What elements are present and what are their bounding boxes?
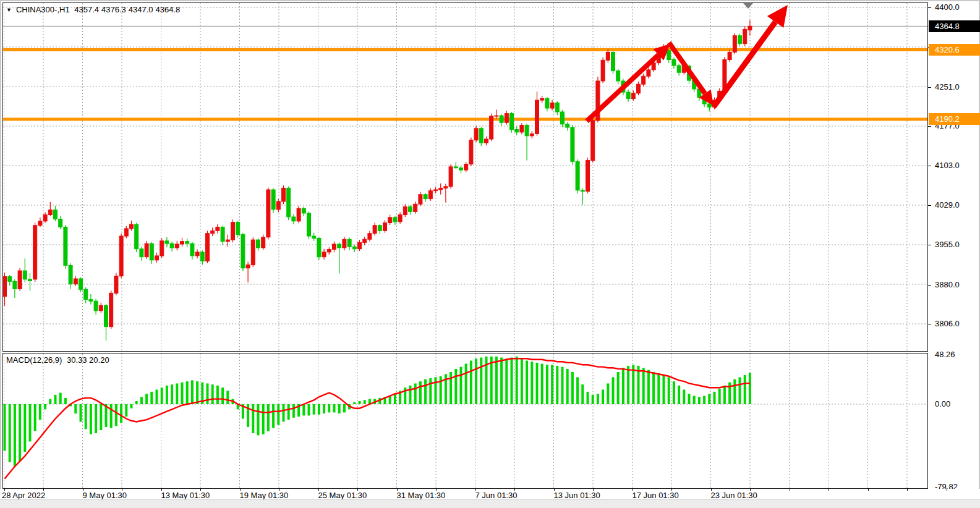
time-axis-tick [947, 488, 947, 491]
main-price-pane[interactable]: ▼CHINA300-,H1 4357.44376.34347.04364.8 [2, 2, 928, 352]
current-price-badge: 4364.8 [929, 20, 980, 32]
bar-shift-marker-icon[interactable] [743, 3, 753, 9]
time-axis-label: 23 Jun 01:30 [711, 491, 757, 500]
price-axis-tick [928, 205, 931, 206]
trading-chart-window: ▼CHINA300-,H1 4357.44376.34347.04364.8 M… [0, 0, 980, 508]
level-price-badge: 4190.2 [929, 113, 980, 125]
level-price-badge: 4320.6 [929, 44, 980, 56]
time-axis-label: 25 May 01:30 [318, 491, 367, 500]
trend-arrows[interactable] [587, 5, 788, 121]
price-axis-label: 3955.0 [935, 240, 978, 250]
time-axis-tick [829, 488, 829, 491]
time-axis-tick [868, 488, 869, 491]
price-axis-tick [928, 324, 931, 324]
candles-layer [3, 20, 752, 341]
price-axis-label: 3880.0 [935, 280, 978, 290]
time-scale[interactable]: 28 Apr 20229 May 01:3013 May 01:3019 May… [0, 489, 980, 499]
grid-layer [3, 3, 927, 351]
time-axis-label: 13 May 01:30 [161, 491, 210, 500]
price-axis-tick [928, 7, 931, 8]
candlestick-canvas[interactable] [3, 3, 927, 351]
macd-header: MACD(12,26,9) 30.33 20.20 [6, 355, 112, 365]
price-axis-label: 4029.0 [935, 200, 978, 210]
price-axis-tick [928, 87, 931, 88]
ohlc-high: 4376.3 [101, 5, 126, 14]
chart-ohlc-header: ▼CHINA300-,H1 4357.44376.34347.04364.8 [6, 5, 182, 14]
time-axis-label: 9 May 01:30 [83, 491, 127, 500]
price-axis-tick [928, 166, 931, 166]
price-axis-tick [928, 245, 931, 245]
price-axis-tick [928, 285, 931, 286]
price-axis-label: 3806.0 [935, 319, 978, 329]
ohlc-open: 4357.4 [74, 5, 99, 14]
symbol-timeframe-label: CHINA300-,H1 [16, 5, 70, 14]
time-axis-tick [790, 488, 790, 491]
ohlc-low: 4347.0 [129, 5, 153, 14]
price-axis-label: 4103.0 [935, 161, 978, 171]
macd-canvas[interactable] [3, 353, 927, 488]
macd-axis-label: 48.26 [935, 350, 978, 360]
time-axis-tick [907, 488, 908, 491]
time-axis-label: 28 Apr 2022 [2, 491, 45, 500]
price-axis-label: 4400.0 [935, 2, 978, 12]
time-axis-label: 7 Jun 01:30 [475, 491, 518, 500]
macd-axis-label: 0.00 [935, 399, 978, 409]
macd-indicator-pane[interactable]: MACD(12,26,9) 30.33 20.20 [2, 353, 928, 489]
time-axis-label: 13 Jun 01:30 [554, 491, 600, 500]
macd-values-label: 30.33 20.20 [67, 355, 109, 365]
price-axis-label: 4251.0 [935, 82, 978, 92]
time-axis-label: 17 Jun 01:30 [633, 491, 679, 500]
triangle-down-icon: ▼ [6, 7, 12, 13]
price-axis-tick [928, 126, 931, 127]
ohlc-close: 4364.8 [156, 5, 181, 14]
macd-name-label: MACD(12,26,9) [6, 355, 62, 365]
window-bottom-strip [0, 499, 980, 508]
time-axis-label: 19 May 01:30 [240, 491, 289, 500]
time-axis-label: 31 May 01:30 [397, 491, 446, 500]
